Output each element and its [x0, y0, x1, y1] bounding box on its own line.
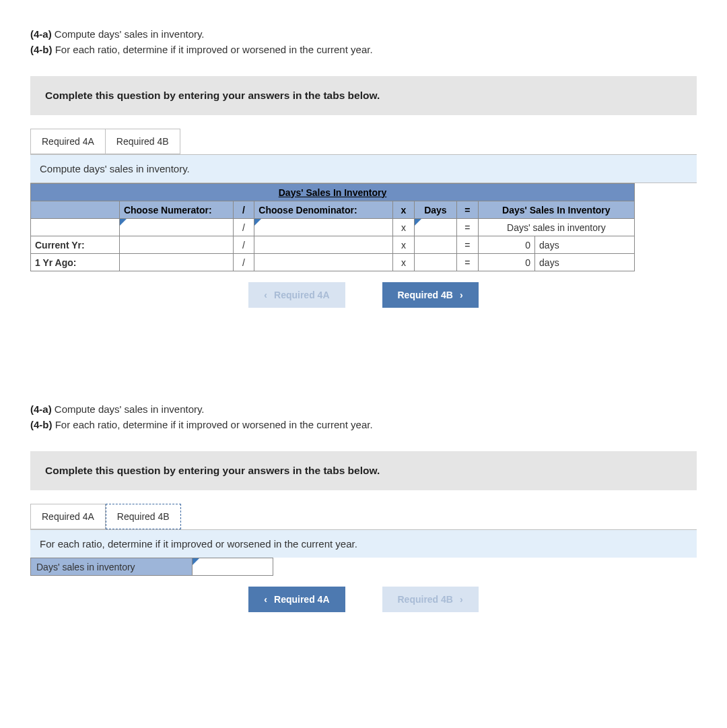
next-required-4b-button: Required 4B ›: [382, 587, 479, 612]
prev-label: Required 4A: [274, 290, 329, 300]
tabs: Required 4A Required 4B: [30, 504, 697, 529]
instruction-bar: Complete this question by entering your …: [30, 451, 697, 490]
text-4b: For each ratio, determine if it improved…: [55, 44, 373, 55]
row0-numerator-input[interactable]: [119, 219, 233, 236]
tag-4b: (4-b): [30, 419, 53, 430]
hdr-slash: /: [233, 201, 254, 219]
question-prompt: (4-a) Compute days' sales in inventory. …: [30, 27, 697, 57]
prev-required-4a-button: ‹ Required 4A: [248, 282, 345, 308]
section-4b: (4-a) Compute days' sales in inventory. …: [30, 402, 697, 612]
nav-buttons-4b: ‹ Required 4A Required 4B ›: [30, 587, 697, 612]
tabs: Required 4A Required 4B: [30, 129, 697, 154]
instruction-bar: Complete this question by entering your …: [30, 76, 697, 115]
tab-required-4b[interactable]: Required 4B: [106, 129, 180, 154]
row0-denominator-input[interactable]: [254, 219, 393, 236]
row2-value: 0: [478, 254, 534, 271]
hdr-result: Days' Sales In Inventory: [478, 201, 634, 219]
row2-label: 1 Yr Ago:: [31, 254, 120, 271]
row1-value: 0: [478, 236, 534, 254]
hdr-denominator: Choose Denominator:: [254, 201, 393, 219]
prev-label: Required 4A: [274, 594, 329, 605]
row0-slash: /: [233, 219, 254, 236]
row0-eq: =: [457, 219, 479, 236]
ratio-label: Days' sales in inventory: [31, 558, 193, 576]
dropdown-icon: [254, 219, 261, 226]
section-4a: (4-a) Compute days' sales in inventory. …: [30, 27, 697, 308]
sub-instruction: Compute days' sales in inventory.: [30, 154, 697, 183]
row2-eq: =: [457, 254, 479, 271]
next-label: Required 4B: [398, 290, 453, 300]
row1-unit: days: [535, 236, 635, 254]
hdr-x: x: [393, 201, 415, 219]
ratio-trend-table: Days' sales in inventory: [30, 558, 273, 576]
row0-x: x: [393, 219, 415, 236]
next-required-4b-button[interactable]: Required 4B ›: [382, 282, 479, 308]
row2-x: x: [393, 254, 415, 271]
row0-result: Days' sales in inventory: [478, 219, 634, 236]
row1-denominator-input[interactable]: [254, 236, 393, 254]
dropdown-icon: [120, 219, 127, 226]
hdr-eq: =: [457, 201, 479, 219]
text-4a: Compute days' sales in inventory.: [55, 28, 205, 40]
days-sales-inventory-table: Days' Sales In Inventory Choose Numerato…: [30, 183, 635, 271]
chevron-right-icon: ›: [460, 594, 463, 605]
chevron-left-icon: ‹: [264, 594, 267, 605]
question-prompt: (4-a) Compute days' sales in inventory. …: [30, 402, 697, 432]
row2-unit: days: [535, 254, 635, 271]
row1-x: x: [393, 236, 415, 254]
nav-buttons-4a: ‹ Required 4A Required 4B ›: [30, 282, 697, 308]
row1-eq: =: [457, 236, 479, 254]
text-4b: For each ratio, determine if it improved…: [55, 419, 373, 430]
row2-slash: /: [233, 254, 254, 271]
tab-required-4b[interactable]: Required 4B: [106, 504, 181, 529]
sub-instruction: For each ratio, determine if it improved…: [30, 529, 697, 558]
row1-days-input[interactable]: [414, 236, 456, 254]
row1-label: Current Yr:: [31, 236, 120, 254]
dropdown-icon: [415, 219, 421, 226]
row1-numerator-input[interactable]: [119, 236, 233, 254]
dropdown-icon: [193, 558, 199, 565]
hdr-days: Days: [414, 201, 456, 219]
ratio-trend-input[interactable]: [193, 558, 273, 576]
tab-required-4a[interactable]: Required 4A: [30, 504, 106, 529]
tab-required-4a[interactable]: Required 4A: [30, 129, 106, 154]
next-label: Required 4B: [398, 594, 453, 605]
row0-label: [31, 219, 120, 236]
row2-days-input[interactable]: [414, 254, 456, 271]
tag-4a: (4-a): [30, 28, 52, 40]
hdr-blank: [31, 201, 120, 219]
table-title: Days' Sales In Inventory: [31, 184, 635, 201]
text-4a: Compute days' sales in inventory.: [55, 403, 205, 415]
row0-days-input[interactable]: [414, 219, 456, 236]
tag-4a: (4-a): [30, 403, 52, 415]
hdr-numerator: Choose Numerator:: [119, 201, 233, 219]
prev-required-4a-button[interactable]: ‹ Required 4A: [248, 587, 345, 612]
tag-4b: (4-b): [30, 44, 53, 55]
chevron-left-icon: ‹: [264, 290, 267, 300]
chevron-right-icon: ›: [460, 290, 463, 300]
row2-numerator-input[interactable]: [119, 254, 233, 271]
row2-denominator-input[interactable]: [254, 254, 393, 271]
row1-slash: /: [233, 236, 254, 254]
